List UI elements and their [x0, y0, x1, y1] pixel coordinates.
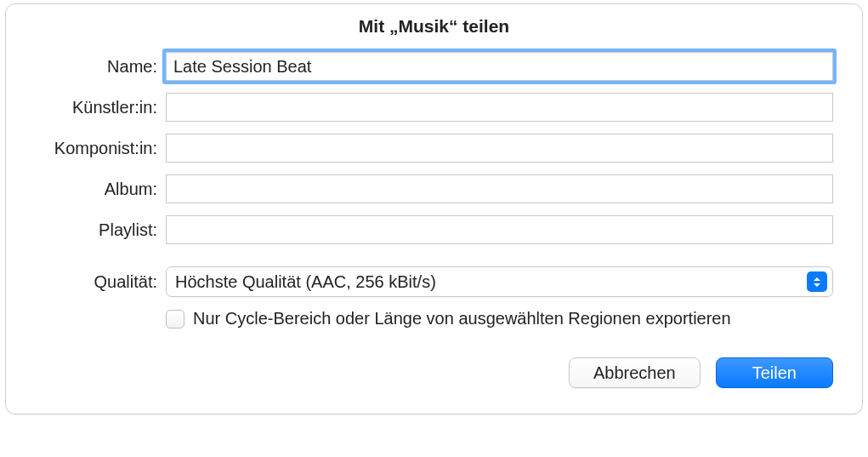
row-cycle-export: Nur Cycle-Bereich oder Länge von ausgewä…	[166, 309, 833, 328]
row-playlist: Playlist:	[6, 215, 833, 244]
cancel-button[interactable]: Abbrechen	[569, 357, 701, 388]
quality-select[interactable]: Höchste Qualität (AAC, 256 kBit/s)	[166, 266, 833, 297]
row-album: Album:	[6, 174, 833, 203]
label-quality: Qualität:	[6, 272, 166, 292]
label-artist: Künstler:in:	[6, 98, 166, 117]
form: Name: Künstler:in: Komponist:in: Album: …	[6, 52, 862, 328]
artist-input[interactable]	[166, 93, 833, 122]
cycle-export-checkbox[interactable]	[166, 310, 184, 328]
cycle-export-label: Nur Cycle-Bereich oder Länge von ausgewä…	[193, 309, 731, 328]
row-name: Name:	[6, 52, 833, 81]
share-dialog: Mit „Musik“ teilen Name: Künstler:in: Ko…	[5, 3, 863, 414]
quality-select-wrap: Höchste Qualität (AAC, 256 kBit/s)	[166, 266, 833, 297]
row-quality: Qualität: Höchste Qualität (AAC, 256 kBi…	[6, 266, 833, 297]
share-button[interactable]: Teilen	[716, 357, 833, 388]
name-input[interactable]	[166, 52, 833, 81]
row-artist: Künstler:in:	[6, 93, 833, 122]
composer-input[interactable]	[166, 134, 833, 163]
quality-selected-text: Höchste Qualität (AAC, 256 kBit/s)	[175, 272, 807, 292]
dialog-title: Mit „Musik“ teilen	[6, 16, 862, 37]
playlist-input[interactable]	[166, 215, 833, 244]
button-row: Abbrechen Teilen	[6, 357, 862, 414]
titlebar: Mit „Musik“ teilen	[6, 4, 862, 52]
label-composer: Komponist:in:	[6, 139, 166, 158]
row-composer: Komponist:in:	[6, 134, 833, 163]
updown-chevrons-icon	[807, 271, 827, 292]
label-album: Album:	[6, 180, 166, 199]
album-input[interactable]	[166, 174, 833, 203]
label-name: Name:	[6, 57, 166, 77]
label-playlist: Playlist:	[6, 220, 166, 240]
